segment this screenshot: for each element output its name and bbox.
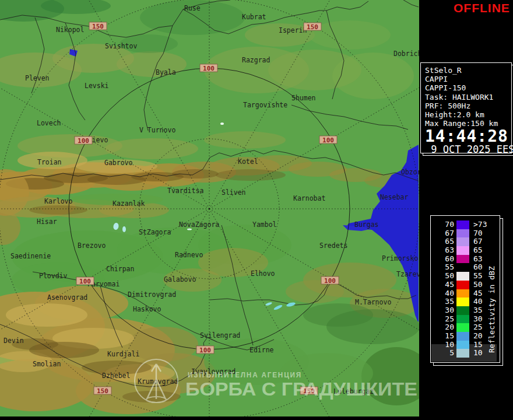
city-label: Smolian (33, 360, 61, 368)
legend-right-value: 65 (469, 246, 483, 255)
city-label: Yambol (252, 220, 277, 229)
city-label: Primorsko (382, 254, 418, 262)
legend-right-value: 55 (469, 272, 483, 281)
range-label-text: 100 (324, 277, 336, 285)
legend-right-value: 40 (469, 298, 483, 306)
watermark-line1: ИЗПЪЛНИТЕЛНА АГЕНЦИЯ (188, 370, 302, 379)
radar-info-panel: StSelo_RCAPPICAPPI-150Task: HAILWORK1PRF… (420, 62, 512, 153)
legend-right-value: 20 (469, 332, 483, 341)
city-label: Dimitrovgrad (128, 290, 176, 299)
legend-color-swatch (456, 237, 469, 246)
legend-color-swatch (456, 255, 469, 264)
legend-color-swatch (456, 289, 469, 298)
city-label: Svishtov (105, 42, 137, 50)
watermark-line2: БОРБА С ГРАДУШКИТЕ (185, 379, 417, 400)
city-label: Asenovgrad (47, 293, 87, 302)
legend-right-value: 67 (469, 237, 483, 246)
radar-map-canvas: RuseKubratIsperihDobrichNikopolSvishtovR… (0, 0, 419, 416)
legend-right-value: 50 (469, 281, 483, 289)
legend-left-value: 5 (431, 349, 456, 358)
range-label-text: 100 (322, 136, 334, 144)
city-label: Burgas (354, 220, 379, 229)
city-label: Devin (3, 337, 24, 345)
weak-echo-cell (122, 226, 126, 232)
city-label: Kazanlak (113, 200, 145, 208)
city-label: Tzarevo (396, 270, 419, 278)
legend-color-swatch (456, 220, 469, 229)
city-label: Razgrad (242, 56, 270, 64)
legend-color-swatch (456, 349, 469, 358)
city-label: M.Tarnovo (355, 298, 391, 306)
legend-color-swatch (456, 298, 469, 306)
info-line: Task: HAILWORK1 (425, 93, 511, 102)
legend-right-value: >73 (469, 220, 487, 229)
legend-row: 6567 (431, 237, 500, 246)
radar-date: 9 OCT 2025 EES (425, 145, 511, 155)
offline-status-badge: OFFLINE (454, 1, 512, 15)
legend-right-value: 45 (469, 289, 483, 298)
legend-color-swatch (456, 272, 469, 281)
city-label: Nikopol (56, 26, 84, 34)
city-label: Dzhebel (102, 372, 130, 380)
city-label: Edirne (250, 346, 274, 354)
legend-left-value: 60 (431, 255, 456, 264)
radar-info-lines: StSelo_RCAPPICAPPI-150Task: HAILWORK1PRF… (425, 66, 511, 128)
range-label-text: 150 (97, 387, 108, 395)
city-label: Dobrich (393, 50, 419, 58)
legend-left-value: 70 (431, 220, 456, 229)
city-label: Galabovo (164, 275, 196, 284)
legend-color-swatch (456, 229, 469, 238)
info-line: CAPPI (425, 75, 511, 83)
legend-left-value: 55 (431, 263, 456, 272)
reflectivity-legend: 70>7367706567636560635560505545504045354… (430, 215, 500, 363)
city-label: Sliven (222, 188, 246, 197)
legend-left-value: 50 (431, 272, 456, 281)
range-label-text: 100 (203, 65, 215, 72)
city-label: Sredets (319, 242, 347, 250)
info-line: StSelo_R (425, 66, 511, 75)
city-label: Byala (156, 68, 176, 76)
range-label-text: 150 (307, 23, 318, 31)
legend-left-value: 63 (431, 246, 456, 255)
legend-left-value: 45 (431, 281, 456, 289)
legend-color-swatch (456, 332, 469, 341)
city-label: Isperih (279, 26, 307, 34)
city-label: Elhovo (251, 270, 275, 278)
city-label: Haskovo (133, 305, 161, 313)
legend-left-value: 20 (431, 323, 456, 332)
city-label: Saedinenie (10, 252, 51, 260)
legend-color-swatch (456, 263, 469, 272)
weak-echo-cell (220, 123, 224, 125)
range-label-text: 100 (199, 346, 211, 354)
radar-app-window: { "status": { "offline_label": "OFFLINE"… (0, 0, 513, 420)
legend-color-swatch (456, 246, 469, 255)
city-label: Obzor (401, 168, 419, 176)
city-label: Karnobat (293, 194, 325, 202)
legend-right-value: 10 (469, 349, 483, 358)
legend-color-swatch (456, 306, 469, 315)
city-label: Ruse (184, 4, 201, 12)
city-label: Hisar (37, 218, 57, 226)
legend-right-value: 25 (469, 323, 483, 332)
legend-right-value: 63 (469, 255, 483, 264)
city-label: V Turnovo (139, 126, 175, 134)
legend-right-value: 35 (469, 306, 483, 315)
legend-row: 6770 (431, 229, 500, 238)
legend-right-value: 30 (469, 315, 483, 324)
info-line: Height:2.0 km (425, 110, 511, 119)
legend-color-swatch (456, 323, 469, 332)
city-label: Svilengrad (200, 331, 240, 340)
city-label: Troian (37, 158, 62, 166)
city-label: Kubrat (242, 13, 266, 21)
legend-color-swatch (456, 341, 469, 349)
legend-color-swatch (456, 315, 469, 324)
legend-left-value: 65 (431, 237, 456, 246)
info-line: CAPPI-150 (425, 83, 511, 92)
city-label: Pleven (25, 74, 50, 82)
range-label-text: 150 (92, 23, 104, 30)
city-label: Levski (85, 82, 109, 90)
legend-title: Reflectivity in dBZ (487, 248, 496, 353)
city-label: Gabrovo (104, 159, 133, 167)
legend-left-value: 10 (431, 341, 456, 349)
legend-left-value: 40 (431, 289, 456, 298)
